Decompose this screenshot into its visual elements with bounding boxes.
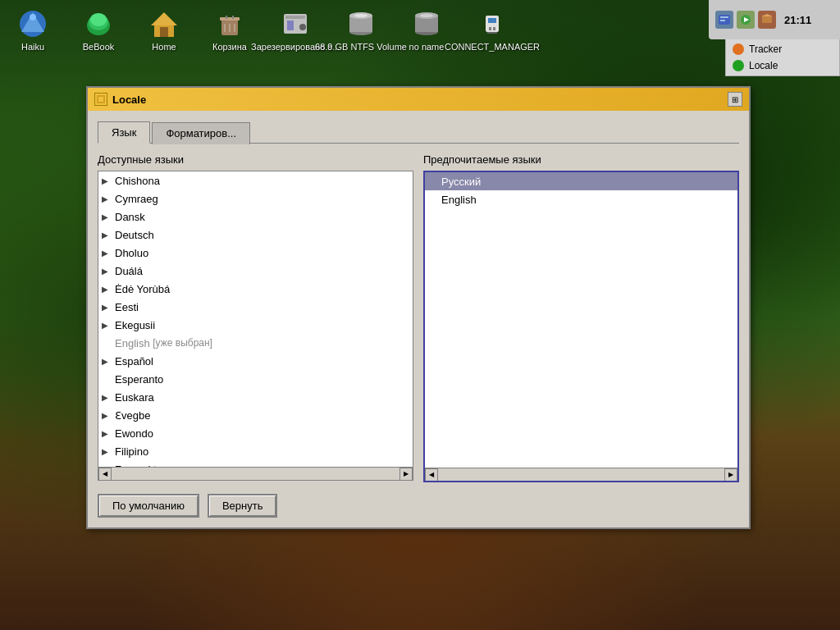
tray-icons [715, 11, 776, 29]
bebook-icon [82, 7, 115, 40]
arrow-ewondo: ▶ [102, 429, 115, 438]
desktop-icon-home[interactable]: Home [138, 7, 190, 52]
list-item-deutsch[interactable]: ▶ Deutsch [98, 226, 413, 244]
connect-label: CONNECT_MANAGER [445, 42, 540, 52]
default-button[interactable]: По умолчанию [98, 494, 199, 518]
tracker-label: Tracker [749, 43, 782, 55]
dialog-titlebar: Locale ⊞ [88, 88, 749, 111]
list-item-chishona[interactable]: ▶ Chishona [98, 171, 413, 189]
list-item-filipino[interactable]: ▶ Filipino [98, 442, 413, 460]
connect-icon [476, 7, 509, 40]
preferred-item-english[interactable]: English [425, 190, 737, 208]
lang-dansk: Dansk [115, 211, 145, 223]
dialog-buttons: По умолчанию Вернуть [98, 494, 739, 518]
svg-rect-32 [487, 32, 497, 34]
svg-rect-8 [160, 27, 168, 37]
svg-rect-31 [493, 27, 495, 30]
arrow-filipino: ▶ [102, 447, 115, 456]
preferred-list-container: Русский English ◀ ▶ [423, 171, 739, 482]
korzina-label: Корзина [212, 42, 247, 52]
preferred-hscroll-right-btn[interactable]: ▶ [724, 468, 737, 482]
locale-label: Locale [749, 60, 778, 71]
tray-icon-2[interactable] [737, 11, 755, 29]
arrow-ekegusii: ▶ [102, 321, 115, 330]
haiku-icon [16, 7, 49, 40]
list-item-eesti[interactable]: ▶ Eesti [98, 298, 413, 316]
revert-button[interactable]: Вернуть [208, 494, 278, 518]
svg-rect-18 [287, 21, 294, 30]
lang-euskara: Euskara [115, 391, 154, 404]
list-item-ekegusii[interactable]: ▶ Ekegusii [98, 316, 413, 334]
arrow-espanol: ▶ [102, 357, 115, 366]
arrow-dholuo: ▶ [102, 249, 115, 258]
lang-english: English [115, 337, 150, 349]
hscroll-left-btn[interactable]: ◀ [98, 468, 112, 481]
svg-rect-10 [220, 17, 240, 21]
lang-esperanto: Esperanto [115, 373, 163, 386]
tray-app-locale[interactable]: Locale [726, 57, 839, 74]
desktop-icon-korzina[interactable]: Корзина [203, 7, 256, 52]
svg-marker-7 [151, 12, 177, 25]
svg-rect-30 [489, 27, 491, 30]
tab-format[interactable]: Форматиров... [152, 122, 250, 144]
svg-rect-38 [762, 16, 772, 23]
reserved-icon [279, 7, 312, 40]
ntfs-icon [345, 7, 377, 40]
noname-label: no name [409, 42, 445, 52]
tray-app-tracker[interactable]: Tracker [726, 41, 839, 57]
list-item-ede[interactable]: ▶ Ėdė Yorùbá [98, 280, 413, 298]
list-item-english[interactable]: English [уже выбран] [98, 334, 413, 352]
hscroll-right-btn[interactable]: ▶ [399, 468, 413, 481]
lang-foroyskt: Føroyskt [115, 463, 157, 468]
available-list-scroll[interactable]: ▶ Chishona ▶ Cymraeg ▶ Dansk ▶ [98, 171, 413, 467]
preferred-item-russian[interactable]: Русский [425, 172, 737, 190]
preferred-label: Предпочитаемые языки [423, 153, 739, 166]
tray-app-list: Tracker Locale [725, 39, 840, 76]
locale-dialog: Locale ⊞ Язык Форматиров... Доступные яз… [86, 86, 751, 529]
desktop-icon-connect[interactable]: CONNECT_MANAGER [466, 7, 518, 52]
list-item-esperanto[interactable]: Esperanto [98, 370, 413, 388]
arrow-euskara: ▶ [102, 393, 115, 402]
noname-icon [410, 7, 443, 40]
desktop-icon-reserved[interactable]: Зарезервировано с... [269, 7, 322, 52]
list-item-foroyskt[interactable]: ▶ Føroyskt [98, 460, 413, 467]
svg-marker-39 [761, 14, 773, 16]
available-label: Доступные языки [98, 153, 413, 166]
tray-clock: 21:11 [784, 14, 811, 26]
lang-cymraeg: Cymraeg [115, 193, 158, 205]
preferred-hscroll-left-btn[interactable]: ◀ [425, 468, 438, 482]
home-icon [148, 7, 180, 40]
tray-icon-1[interactable] [715, 11, 733, 29]
list-item-evegbe[interactable]: ▶ Ɛvegbe [98, 406, 413, 424]
lang-preferred-english: English [441, 194, 477, 206]
available-hscroll[interactable]: ◀ ▶ [98, 467, 413, 480]
locale-dot [733, 60, 744, 71]
desktop-icon-ntfs[interactable]: 68.9 GB NTFS Volume [335, 7, 387, 52]
available-panel: Доступные языки ▶ Chishona ▶ Cymraeg ▶ [98, 153, 413, 482]
tab-language[interactable]: Язык [98, 121, 150, 144]
titlebar-icon [94, 93, 107, 106]
preferred-hscroll[interactable]: ◀ ▶ [425, 468, 737, 481]
svg-rect-17 [285, 16, 305, 19]
list-item-duala[interactable]: ▶ Duálá [98, 262, 413, 280]
list-item-euskara[interactable]: ▶ Euskara [98, 388, 413, 406]
preferred-hscroll-track[interactable] [438, 468, 724, 482]
preferred-list-scroll[interactable]: Русский English [425, 172, 737, 468]
list-item-cymraeg[interactable]: ▶ Cymraeg [98, 189, 413, 208]
bebook-label: BeBook [83, 42, 115, 52]
list-item-espanol[interactable]: ▶ Español [98, 352, 413, 370]
lang-eesti: Eesti [115, 301, 139, 313]
list-item-dansk[interactable]: ▶ Dansk [98, 208, 413, 226]
list-item-dholuo[interactable]: ▶ Dholuo [98, 244, 413, 262]
arrow-ede: ▶ [102, 285, 115, 294]
preferred-panel: Предпочитаемые языки Русский English [423, 153, 739, 482]
hscroll-track[interactable] [112, 468, 399, 481]
korzina-icon [213, 7, 246, 40]
dialog-expand-btn[interactable]: ⊞ [728, 92, 742, 107]
available-list-container: ▶ Chishona ▶ Cymraeg ▶ Dansk ▶ [98, 171, 413, 481]
desktop-icon-bebook[interactable]: BeBook [72, 7, 125, 52]
list-item-ewondo[interactable]: ▶ Ewondo [98, 424, 413, 442]
desktop-icon-haiku[interactable]: Haiku [7, 7, 59, 52]
lang-deutsch: Deutsch [115, 229, 154, 241]
tray-icon-3[interactable] [758, 11, 776, 29]
